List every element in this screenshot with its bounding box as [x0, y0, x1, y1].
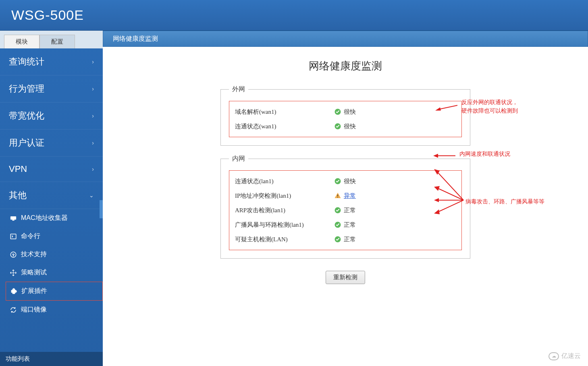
- move-icon: [10, 269, 17, 276]
- row-status: 很快: [344, 123, 368, 130]
- sidebar-footer[interactable]: 功能列表: [0, 352, 103, 366]
- sidebar-item-label: VPN: [9, 164, 27, 174]
- sidebar-item-label: 带宽优化: [9, 110, 44, 122]
- sidebar-sub-label: 技术支持: [21, 250, 47, 259]
- chevron-right-icon: ›: [92, 86, 94, 92]
- sidebar-sub-policy-test[interactable]: 策略测试: [6, 264, 103, 282]
- table-row: 可疑主机检测(LAN) 正常: [235, 232, 456, 247]
- annotation-lan-speed: 内网速度和联通状况: [459, 150, 510, 158]
- sidebar-sub-label: 策略测试: [21, 268, 47, 277]
- chevron-right-icon: ›: [92, 113, 94, 119]
- status-ok-icon: [332, 108, 344, 115]
- terminal-icon: [10, 233, 17, 240]
- svg-rect-12: [337, 195, 338, 197]
- row-status: 很快: [344, 178, 368, 185]
- sidebar-item-behavior-mgmt[interactable]: 行为管理 ›: [0, 75, 103, 102]
- row-status: 很快: [344, 108, 368, 116]
- lan-box: 连通状态(lan1) 很快 IP地址冲突检测(lan1) 异常 ARP攻击检测(…: [229, 170, 462, 250]
- page-body: 网络健康度监测 外网 域名解析(wan1) 很快 连通状态(wan1) 很: [103, 47, 588, 296]
- annotation-wan: 反应外网的联通状况， 硬件故障也可以检测到: [461, 98, 518, 115]
- sidebar-sub-label: 命令行: [21, 232, 40, 241]
- sidebar-item-label: 查询统计: [9, 56, 44, 68]
- sidebar-sub-mac-collector[interactable]: MAC地址收集器: [6, 209, 103, 227]
- status-ok-icon: [332, 207, 344, 214]
- status-ok-icon: [332, 221, 344, 228]
- lan-legend: 内网: [229, 155, 248, 163]
- row-label: 广播风暴与环路检测(lan1): [235, 221, 332, 229]
- device-icon: [10, 215, 17, 222]
- chevron-right-icon: ›: [92, 140, 94, 146]
- row-status: 正常: [344, 221, 368, 229]
- sidebar-item-query-stats[interactable]: 查询统计 ›: [0, 48, 103, 75]
- sidebar-sub-ext-plugin[interactable]: 扩展插件: [6, 282, 103, 301]
- sidebar-resize-handle[interactable]: [100, 200, 103, 218]
- sidebar-item-other[interactable]: 其他 ⌄: [0, 182, 103, 209]
- tab-config[interactable]: 配置: [39, 35, 75, 48]
- svg-rect-2: [10, 234, 16, 239]
- sidebar-sub-label: 端口镜像: [21, 305, 47, 314]
- cloud-icon: ☁: [549, 352, 559, 360]
- breadcrumb-text: 网络健康度监测: [113, 35, 158, 43]
- annotation-attacks: 病毒攻击、环路、广播风暴等等: [465, 197, 544, 206]
- row-label: IP地址冲突检测(lan1): [235, 192, 332, 200]
- recheck-button[interactable]: 重新检测: [326, 271, 365, 284]
- row-label: 连通状态(lan1): [235, 178, 332, 185]
- wan-group: 外网 域名解析(wan1) 很快 连通状态(wan1) 很快: [220, 85, 470, 146]
- svg-point-6: [16, 291, 17, 292]
- sidebar-tabs: 模块 配置: [0, 31, 103, 48]
- status-warn-icon: [332, 192, 344, 199]
- row-label: ARP攻击检测(lan1): [235, 207, 332, 214]
- row-status: 正常: [344, 236, 368, 243]
- watermark-text: 亿速云: [561, 352, 581, 360]
- svg-rect-13: [337, 197, 338, 198]
- svg-rect-1: [12, 220, 15, 220]
- main-layout: 模块 配置 查询统计 › 行为管理 › 带宽优化 › 用户认证 › VPN › …: [0, 31, 588, 366]
- sidebar-sub-cli[interactable]: 命令行: [6, 227, 103, 245]
- sidebar-sub-label: MAC地址收集器: [21, 214, 68, 222]
- tab-module[interactable]: 模块: [4, 35, 39, 48]
- chevron-right-icon: ›: [92, 59, 94, 65]
- app-header: WSG-500E: [0, 0, 588, 31]
- help-icon: ?: [10, 251, 17, 258]
- wan-box: 域名解析(wan1) 很快 连通状态(wan1) 很快: [229, 101, 462, 137]
- table-row: 域名解析(wan1) 很快: [235, 105, 456, 119]
- svg-rect-0: [10, 216, 16, 220]
- row-status-link[interactable]: 异常: [344, 192, 368, 200]
- sidebar-item-user-auth[interactable]: 用户认证 ›: [0, 130, 103, 157]
- watermark: ☁ 亿速云: [549, 352, 581, 360]
- table-row: 连通状态(lan1) 很快: [235, 174, 456, 188]
- table-row: ARP攻击检测(lan1) 正常: [235, 203, 456, 218]
- status-ok-icon: [332, 236, 344, 243]
- lan-group: 内网 连通状态(lan1) 很快 IP地址冲突检测(lan1) 异常: [220, 155, 470, 259]
- sidebar: 模块 配置 查询统计 › 行为管理 › 带宽优化 › 用户认证 › VPN › …: [0, 31, 103, 366]
- svg-text:?: ?: [12, 252, 15, 257]
- content-area: 网络健康度监测 网络健康度监测 外网 域名解析(wan1) 很快 连通状态(wa…: [103, 31, 588, 366]
- status-ok-icon: [332, 178, 344, 185]
- sidebar-sub-support[interactable]: ? 技术支持: [6, 245, 103, 264]
- row-label: 可疑主机检测(LAN): [235, 236, 332, 243]
- wan-legend: 外网: [229, 85, 248, 94]
- sidebar-item-bandwidth[interactable]: 带宽优化 ›: [0, 102, 103, 130]
- table-row: IP地址冲突检测(lan1) 异常: [235, 188, 456, 203]
- sidebar-subitems: MAC地址收集器 命令行 ? 技术支持 策略测试 扩展插件 端口镜像: [0, 209, 103, 319]
- table-row: 连通状态(wan1) 很快: [235, 119, 456, 134]
- sidebar-item-label: 行为管理: [9, 83, 44, 95]
- puzzle-icon: [10, 288, 17, 295]
- sidebar-item-label: 用户认证: [9, 137, 44, 149]
- row-label: 连通状态(wan1): [235, 123, 332, 130]
- row-label: 域名解析(wan1): [235, 108, 332, 116]
- sidebar-sub-label: 扩展插件: [21, 287, 47, 295]
- page-title: 网络健康度监测: [127, 59, 564, 73]
- svg-point-5: [13, 288, 15, 289]
- sidebar-item-label: 其他: [9, 189, 27, 201]
- chevron-down-icon: ⌄: [89, 192, 94, 199]
- sidebar-sub-port-mirror[interactable]: 端口镜像: [6, 301, 103, 319]
- table-row: 广播风暴与环路检测(lan1) 正常: [235, 218, 456, 232]
- app-title: WSG-500E: [11, 7, 84, 23]
- status-ok-icon: [332, 123, 344, 130]
- refresh-icon: [10, 306, 17, 314]
- row-status: 正常: [344, 207, 368, 214]
- sidebar-item-vpn[interactable]: VPN ›: [0, 157, 103, 182]
- breadcrumb: 网络健康度监测: [103, 31, 588, 47]
- chevron-right-icon: ›: [92, 166, 94, 172]
